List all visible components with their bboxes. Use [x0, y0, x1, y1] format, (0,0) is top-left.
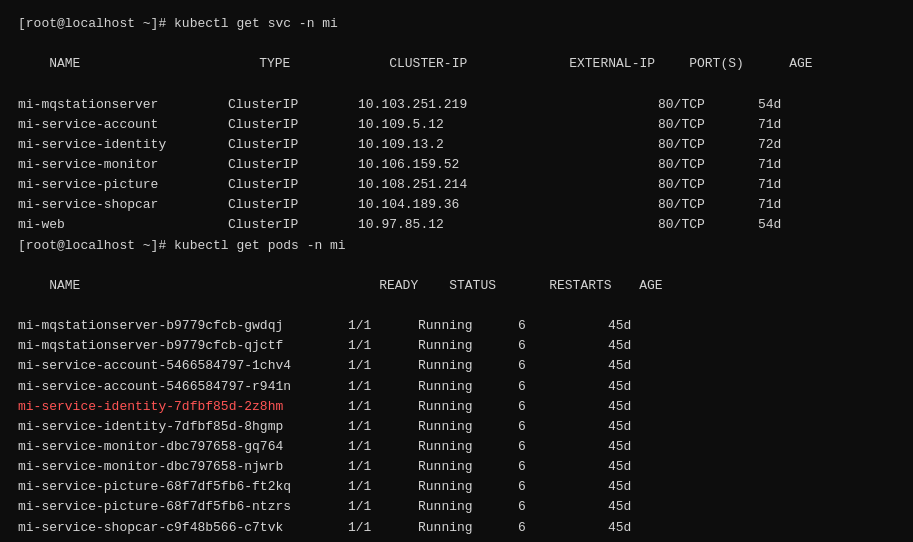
svc-type: ClusterIP [228, 95, 358, 115]
svc-ports: 80/TCP [658, 95, 758, 115]
pod-restarts: 6 [518, 316, 608, 336]
pod-age: 45d [608, 356, 668, 376]
pod-row: mi-service-account-5466584797-1chv41/1Ru… [18, 356, 895, 376]
pods-table: mi-mqstationserver-b9779cfcb-gwdqj1/1Run… [18, 316, 895, 542]
svc-row: mi-service-identityClusterIP10.109.13.28… [18, 135, 895, 155]
pod-row: mi-mqstationserver-b9779cfcb-qjctf1/1Run… [18, 336, 895, 356]
pod-age: 45d [608, 457, 668, 477]
pod-row: mi-service-identity-7dfbf85d-8hgmp1/1Run… [18, 417, 895, 437]
pod-restarts: 6 [518, 497, 608, 517]
pod-age: 45d [608, 377, 668, 397]
svc-name: mi-mqstationserver [18, 95, 228, 115]
pod-name: mi-service-account-5466584797-r941n [18, 377, 348, 397]
pod-ready: 1/1 [348, 437, 418, 457]
pod-ready: 1/1 [348, 417, 418, 437]
pod-restarts: 6 [518, 437, 608, 457]
svc-age: 72d [758, 135, 818, 155]
pod-ready: 1/1 [348, 377, 418, 397]
pod-name: mi-mqstationserver-b9779cfcb-qjctf [18, 336, 348, 356]
pod-ready: 1/1 [348, 356, 418, 376]
svc-row: mi-service-shopcarClusterIP10.104.189.36… [18, 195, 895, 215]
pod-row: mi-service-picture-68f7df5fb6-ft2kq1/1Ru… [18, 477, 895, 497]
pod-name: mi-mqstationserver-b9779cfcb-gwdqj [18, 316, 348, 336]
pods-col-age: AGE [639, 276, 699, 296]
pod-name: mi-service-identity-7dfbf85d-2z8hm [18, 397, 348, 417]
pod-ready: 1/1 [348, 518, 418, 538]
pod-status: Running [418, 477, 518, 497]
svc-age: 71d [758, 155, 818, 175]
pod-name: mi-service-picture-68f7df5fb6-ft2kq [18, 477, 348, 497]
command-2: [root@localhost ~]# kubectl get pods -n … [18, 236, 895, 256]
svc-age: 54d [758, 95, 818, 115]
pod-row: mi-service-shopcar-c9f48b566-c7tvk1/1Run… [18, 518, 895, 538]
pod-status: Running [418, 538, 518, 542]
pod-name: mi-service-shopcar-c9f48b566-n6cjk [18, 538, 348, 542]
svc-age: 71d [758, 195, 818, 215]
pod-row: mi-service-picture-68f7df5fb6-ntzrs1/1Ru… [18, 497, 895, 517]
svc-name: mi-service-shopcar [18, 195, 228, 215]
svc-cluster-ip: 10.109.5.12 [358, 115, 538, 135]
pod-restarts: 6 [518, 336, 608, 356]
svc-name: mi-web [18, 215, 228, 235]
svc-cluster-ip: 10.109.13.2 [358, 135, 538, 155]
pods-col-restarts: RESTARTS [549, 276, 639, 296]
pod-restarts: 6 [518, 457, 608, 477]
svc-cluster-ip: 10.108.251.214 [358, 175, 538, 195]
svc-type: ClusterIP [228, 135, 358, 155]
pod-status: Running [418, 457, 518, 477]
pods-header: NAMEREADYSTATUSRESTARTSAGE [18, 256, 895, 316]
svc-name: mi-service-monitor [18, 155, 228, 175]
pod-name: mi-service-account-5466584797-1chv4 [18, 356, 348, 376]
pod-status: Running [418, 437, 518, 457]
pods-col-name: NAME [49, 276, 379, 296]
pod-name: mi-service-shopcar-c9f48b566-c7tvk [18, 518, 348, 538]
svc-type: ClusterIP [228, 195, 358, 215]
svc-ports: 80/TCP [658, 155, 758, 175]
svc-row: mi-mqstationserverClusterIP10.103.251.21… [18, 95, 895, 115]
svc-cluster-ip: 10.103.251.219 [358, 95, 538, 115]
pod-ready: 1/1 [348, 497, 418, 517]
svc-col-cluster-ip: CLUSTER-IP [389, 54, 569, 74]
svc-row: mi-service-monitorClusterIP10.106.159.52… [18, 155, 895, 175]
pod-ready: 1/1 [348, 477, 418, 497]
svc-ports: 80/TCP [658, 195, 758, 215]
svc-row: mi-service-accountClusterIP10.109.5.1280… [18, 115, 895, 135]
pods-col-ready: READY [379, 276, 449, 296]
pod-status: Running [418, 497, 518, 517]
pod-age: 45d [608, 497, 668, 517]
pod-name: mi-service-monitor-dbc797658-njwrb [18, 457, 348, 477]
pod-name: mi-service-picture-68f7df5fb6-ntzrs [18, 497, 348, 517]
svc-name: mi-service-identity [18, 135, 228, 155]
pod-age: 45d [608, 417, 668, 437]
pod-ready: 1/1 [348, 457, 418, 477]
pod-ready: 1/1 [348, 538, 418, 542]
svc-row: mi-webClusterIP10.97.85.1280/TCP54d [18, 215, 895, 235]
svc-col-ports: PORT(S) [689, 54, 789, 74]
svc-row: mi-service-pictureClusterIP10.108.251.21… [18, 175, 895, 195]
pod-restarts: 6 [518, 417, 608, 437]
pod-age: 45d [608, 477, 668, 497]
svc-cluster-ip: 10.97.85.12 [358, 215, 538, 235]
svc-age: 71d [758, 175, 818, 195]
pod-restarts: 6 [518, 477, 608, 497]
pod-age: 45d [608, 316, 668, 336]
pod-status: Running [418, 356, 518, 376]
pod-restarts: 6 [518, 356, 608, 376]
pod-age: 45d [608, 397, 668, 417]
pod-status: Running [418, 417, 518, 437]
pod-ready: 1/1 [348, 336, 418, 356]
svc-table: mi-mqstationserverClusterIP10.103.251.21… [18, 95, 895, 236]
pod-status: Running [418, 397, 518, 417]
pod-restarts: 6 [518, 397, 608, 417]
svc-ports: 80/TCP [658, 175, 758, 195]
command-1: [root@localhost ~]# kubectl get svc -n m… [18, 14, 895, 34]
svc-ports: 80/TCP [658, 135, 758, 155]
svc-type: ClusterIP [228, 115, 358, 135]
svc-type: ClusterIP [228, 215, 358, 235]
svc-name: mi-service-account [18, 115, 228, 135]
pod-age: 45d [608, 437, 668, 457]
pod-status: Running [418, 518, 518, 538]
pod-restarts: 6 [518, 377, 608, 397]
svc-type: ClusterIP [228, 175, 358, 195]
pod-row: mi-service-monitor-dbc797658-gq7641/1Run… [18, 437, 895, 457]
